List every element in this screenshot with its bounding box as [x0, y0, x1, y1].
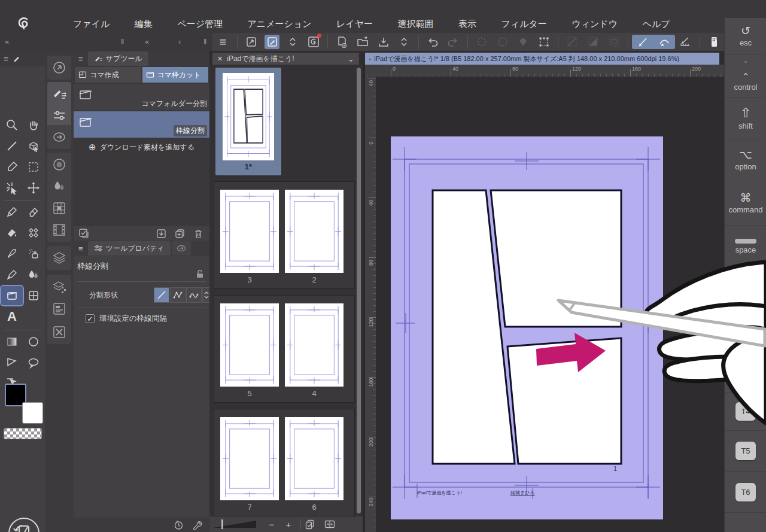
close-panel-icon[interactable] [47, 320, 71, 344]
page-thumbnail[interactable] [220, 303, 279, 387]
import-subtool-icon[interactable] [156, 229, 166, 239]
tool-property-tab[interactable]: ツールプロパティ [88, 241, 171, 256]
subtool-panel-icon[interactable] [47, 82, 71, 106]
subtool-item-koma-folder-split[interactable]: コマフォルダー分割 [74, 84, 209, 110]
eyedropper-tool[interactable] [1, 157, 23, 177]
document-tab[interactable]: ✕ iPadで漫画を描こう! ⌄ [212, 53, 359, 65]
key-t6[interactable]: T6 [725, 472, 766, 513]
spread-pages-7-6[interactable]: 7 6 [214, 409, 355, 516]
color-set-panel-icon[interactable] [47, 175, 71, 199]
decoration-tool[interactable] [23, 223, 44, 242]
companion-mode-icon[interactable] [707, 35, 722, 49]
tool-palette-header[interactable]: ≡ [0, 51, 45, 66]
page-thumbnail[interactable] [220, 417, 279, 500]
brush-tool[interactable] [1, 244, 23, 263]
move-tool[interactable] [23, 178, 44, 197]
menu-help[interactable]: ヘルプ [643, 19, 670, 30]
pen2-tool[interactable] [1, 265, 23, 284]
tool-property-panel-icon[interactable] [47, 104, 71, 127]
transform-icon[interactable] [537, 35, 552, 49]
spread-view-icon[interactable] [324, 519, 336, 530]
navigator-panel-icon[interactable] [47, 56, 71, 80]
page-list-scrollbar[interactable] [357, 68, 361, 513]
main-menu-icon[interactable]: ≡ [215, 35, 230, 49]
key-t5[interactable]: T5 [725, 431, 766, 472]
stepper-icon[interactable] [397, 35, 412, 49]
subtool-panel-tab[interactable]: サブツール [88, 51, 148, 66]
page-item-1[interactable]: 1* [215, 68, 281, 175]
page-thumbnail[interactable] [220, 190, 279, 273]
material-grid-tool[interactable] [23, 286, 44, 305]
shape-curve-button[interactable] [186, 287, 202, 303]
new-page-icon[interactable] [335, 35, 349, 49]
material-panel-icon[interactable] [47, 196, 71, 220]
scroll-down-chevron-icon[interactable]: ⌄ [725, 56, 766, 65]
canvas-area[interactable]: 1 iPadで漫画を描こう! 結城まひろ [376, 77, 724, 532]
pen-tool[interactable] [1, 202, 23, 221]
layer-property-panel-icon[interactable] [47, 275, 71, 299]
zoom-out-thumbs-button[interactable]: − [263, 519, 280, 530]
pen-mode-icon[interactable] [265, 35, 279, 49]
zoom-tool[interactable] [1, 115, 23, 135]
clip-studio-logo-icon[interactable] [16, 16, 32, 32]
eraser-tool[interactable] [23, 202, 44, 221]
clip-studio-app-icon[interactable] [306, 35, 321, 49]
stepper-icon[interactable] [285, 35, 300, 49]
spread-pages-3-2[interactable]: 3 2 [214, 181, 355, 289]
key-shift[interactable]: ⇧ shift [725, 98, 766, 139]
menu-layer[interactable]: レイヤー [336, 19, 373, 30]
snap-to-ruler-icon[interactable] [635, 35, 651, 49]
shape-polyline-button[interactable] [170, 287, 186, 303]
multi-select-icon[interactable] [78, 228, 89, 239]
balloon-tool[interactable] [23, 353, 44, 372]
env-border-gap-checkbox[interactable]: ✓ 環境設定の枠線間隔 [86, 314, 167, 324]
manga-page[interactable]: 1 iPadで漫画を描こう! 結城まひろ [391, 136, 663, 519]
wrench-settings-icon[interactable] [192, 520, 202, 530]
shape-straight-button[interactable] [154, 287, 169, 303]
zoom-in-thumbs-button[interactable]: + [280, 519, 297, 530]
page-thumbnail[interactable] [285, 190, 344, 273]
line-tool[interactable] [1, 136, 23, 156]
undo-icon[interactable] [425, 35, 440, 49]
blend-tool[interactable] [23, 265, 44, 284]
panel-divider[interactable] [363, 65, 365, 532]
color-wheel-panel-icon[interactable] [47, 153, 71, 177]
duplicate-subtool-icon[interactable] [175, 229, 185, 239]
menu-file[interactable]: ファイル [73, 19, 110, 30]
tab-koma-create[interactable]: コマ作成 [75, 67, 141, 83]
menu-view[interactable]: 表示 [458, 19, 476, 30]
sub-color-swatch[interactable] [22, 402, 43, 424]
spread-pages-5-4[interactable]: 5 4 [214, 295, 355, 403]
menu-animation[interactable]: アニメーション [247, 19, 311, 30]
save-icon[interactable] [376, 35, 391, 49]
operation-tool[interactable] [23, 136, 44, 156]
delete-subtool-icon[interactable] [193, 229, 203, 239]
airbrush-tool[interactable] [23, 244, 44, 263]
thumbnail-size-slider[interactable] [213, 519, 256, 529]
brush-size-panel-icon[interactable] [47, 125, 71, 149]
fullscreen-icon[interactable] [244, 35, 259, 49]
auto-select-tool[interactable] [1, 178, 23, 197]
slider-handle[interactable] [221, 519, 223, 529]
key-command[interactable]: ⌘ command [725, 181, 766, 226]
key-esc[interactable]: ↺ esc [725, 18, 766, 55]
key-t4[interactable]: T4 [725, 392, 766, 431]
panel-menu-icon[interactable]: ≡ [78, 54, 83, 63]
menu-page-manage[interactable]: ページ管理 [177, 19, 223, 30]
frame-border-tool[interactable] [1, 286, 23, 305]
hand-tool[interactable] [23, 115, 44, 135]
ruler-tool[interactable] [1, 353, 23, 372]
tab-chevron-down-icon[interactable]: ⌄ [348, 54, 354, 63]
single-page-view-icon[interactable] [305, 519, 315, 530]
key-space[interactable]: space [725, 226, 766, 267]
close-tab-icon[interactable]: ✕ [217, 55, 223, 63]
collapse-palette-icon[interactable]: « [5, 37, 9, 46]
panel-grip-icon[interactable]: ‖ [203, 37, 206, 46]
gradient-tool[interactable] [1, 332, 23, 351]
snap-to-grid-icon[interactable] [678, 35, 693, 49]
unlock-icon[interactable] [195, 269, 205, 279]
panel-menu-icon[interactable]: ≡ [4, 54, 8, 63]
transparent-color-swatch[interactable] [4, 428, 42, 439]
panel-menu-icon[interactable]: ≡ [78, 244, 83, 253]
collapse-panel-icon[interactable]: « [145, 37, 149, 46]
